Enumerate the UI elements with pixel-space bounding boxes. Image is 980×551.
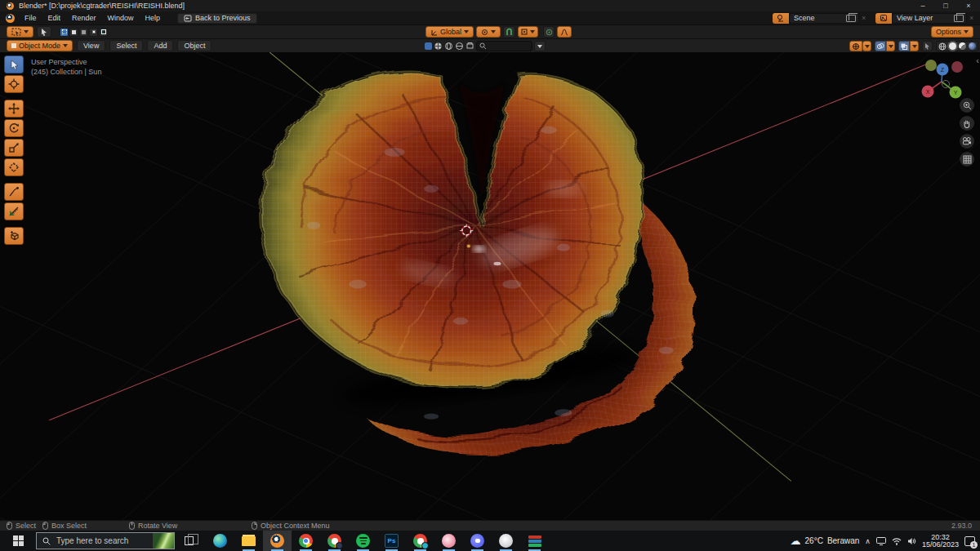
copy-view-layer-icon[interactable] — [954, 15, 964, 22]
system-tray: ☁ 26°C Berawan ∧ 20:32 15/06/2023 1 — [791, 531, 980, 551]
viewport-menu-select[interactable]: Select — [109, 40, 143, 51]
transform-orientation-dropdown[interactable]: Global — [425, 26, 474, 38]
select-mode-extend-icon[interactable] — [69, 28, 78, 37]
taskbar-app-spotify[interactable] — [349, 531, 377, 551]
copy-scene-icon[interactable] — [846, 15, 856, 22]
tool-rotate[interactable] — [4, 119, 24, 137]
sidebar-toggle-arrow[interactable]: ‹ — [976, 56, 979, 65]
viewport-menu-add[interactable]: Add — [147, 40, 173, 51]
menu-help[interactable]: Help — [140, 11, 167, 24]
tool-cursor[interactable] — [4, 75, 24, 93]
back-to-previous-button[interactable]: Back to Previous — [177, 13, 257, 24]
visibility-render-icon[interactable] — [466, 42, 474, 51]
taskbar-app-chrome[interactable] — [292, 531, 320, 551]
task-view-button[interactable] — [175, 531, 203, 551]
taskbar-app-microsoft-edge[interactable] — [206, 531, 234, 551]
viewport-search-input[interactable] — [487, 42, 529, 51]
taskbar-clock[interactable]: 20:32 15/06/2023 — [922, 534, 959, 549]
menu-render[interactable]: Render — [66, 11, 102, 24]
taskbar-app-file-explorer[interactable] — [234, 531, 263, 551]
scene-field[interactable]: Scene — [789, 13, 859, 24]
close-button[interactable]: × — [957, 0, 980, 11]
snap-settings-dropdown[interactable] — [518, 26, 538, 38]
action-center-icon[interactable]: 1 — [964, 536, 975, 546]
gizmo-axis-neg-y[interactable] — [925, 60, 937, 71]
wifi-icon[interactable] — [892, 537, 902, 545]
mouse-right-icon — [252, 522, 257, 530]
proportional-falloff-dropdown[interactable] — [557, 26, 572, 38]
view-layer-field[interactable]: View Layer — [892, 13, 967, 24]
solid-shading-icon[interactable] — [949, 42, 956, 50]
zoom-button[interactable] — [960, 98, 974, 113]
reishi-mushroom-model[interactable] — [261, 72, 694, 453]
minimize-button[interactable]: – — [911, 0, 934, 11]
taskbar-app-blender[interactable] — [263, 531, 292, 551]
select-mode-subtract-icon[interactable] — [79, 28, 88, 37]
material-preview-shading-icon[interactable] — [959, 42, 966, 50]
select-mode-intersect-icon[interactable] — [99, 28, 108, 37]
show-overlays-toggle[interactable] — [875, 41, 886, 51]
snap-toggle-button[interactable] — [503, 26, 515, 38]
viewport-menu-view[interactable]: View — [77, 40, 105, 51]
taskbar-search-input[interactable] — [55, 535, 140, 546]
scene-icon[interactable] — [773, 13, 789, 24]
show-gizmo-toggle[interactable] — [849, 41, 862, 51]
select-mode-invert-icon[interactable] — [89, 28, 98, 37]
mode-dropdown[interactable]: Object Mode — [7, 40, 73, 51]
visibility-sphere-icon[interactable] — [434, 42, 443, 51]
search-highlight-image[interactable] — [153, 533, 174, 549]
gizmo-axis-neg-x[interactable] — [951, 61, 963, 73]
xray-toggle[interactable] — [898, 41, 910, 51]
overlays-dropdown[interactable] — [886, 41, 895, 51]
active-tool-button[interactable] — [7, 26, 33, 38]
start-button[interactable] — [0, 531, 36, 551]
tool-measure[interactable] — [4, 202, 24, 220]
rendered-shading-icon[interactable] — [969, 42, 976, 50]
window-titlebar: Blender* [D:\projek\cgtrader\REISHI\REIS… — [0, 0, 980, 11]
maximize-button[interactable]: □ — [934, 0, 957, 11]
ortho-toggle-button[interactable] — [960, 152, 974, 167]
search-filter-dropdown[interactable] — [534, 41, 546, 51]
pivot-point-dropdown[interactable] — [476, 26, 501, 38]
tool-settings-bar: Global Options — [0, 24, 980, 38]
pan-button[interactable] — [960, 116, 974, 131]
tool-annotate[interactable] — [4, 183, 24, 201]
blender-app-menu-icon[interactable] — [6, 14, 15, 23]
options-dropdown[interactable]: Options — [931, 26, 973, 38]
taskbar-app-discord[interactable] — [463, 531, 492, 551]
gizmo-dropdown[interactable] — [862, 41, 871, 51]
filter-selectable-icon[interactable] — [425, 42, 432, 50]
tool-transform[interactable] — [4, 158, 24, 176]
taskbar-app-chrome-work[interactable] — [406, 531, 434, 551]
viewport-menu-object[interactable]: Object — [177, 40, 212, 51]
tweak-tool-button[interactable] — [37, 26, 51, 38]
select-mode-new-icon[interactable] — [60, 28, 69, 37]
tool-move[interactable] — [4, 100, 24, 118]
taskbar-app-photoshop[interactable]: Ps — [377, 531, 406, 551]
view-layer-icon[interactable] — [875, 13, 892, 24]
taskbar-search[interactable] — [36, 532, 175, 549]
camera-view-button[interactable] — [960, 134, 974, 149]
tray-monitor-icon[interactable] — [876, 537, 886, 545]
tool-add-cube[interactable] — [4, 227, 24, 245]
taskbar-app-medibang[interactable] — [434, 531, 463, 551]
tool-scale[interactable] — [4, 139, 24, 157]
weather-widget[interactable]: ☁ 26°C Berawan — [791, 535, 860, 547]
menu-file[interactable]: File — [19, 11, 42, 24]
object-visibility-dropdown[interactable] — [922, 41, 933, 51]
menu-window[interactable]: Window — [102, 11, 140, 24]
viewport-3d[interactable]: User Perspective (245) Collection | Sun — [0, 52, 980, 520]
xray-dropdown[interactable] — [910, 41, 919, 51]
taskbar-app-chrome-profile[interactable] — [320, 531, 349, 551]
visibility-globe-icon[interactable] — [444, 42, 453, 51]
menu-edit[interactable]: Edit — [42, 11, 67, 24]
box-select-icon — [11, 28, 21, 36]
volume-icon[interactable] — [907, 537, 916, 545]
taskbar-app-paint-tool[interactable] — [492, 531, 520, 551]
visibility-world-icon[interactable] — [455, 42, 464, 51]
tool-select-box[interactable] — [4, 56, 24, 73]
proportional-editing-toggle[interactable] — [543, 26, 555, 38]
taskbar-app-winrar[interactable] — [520, 531, 549, 551]
tray-expand-icon[interactable]: ∧ — [865, 537, 871, 545]
wireframe-shading-icon[interactable] — [938, 42, 947, 51]
